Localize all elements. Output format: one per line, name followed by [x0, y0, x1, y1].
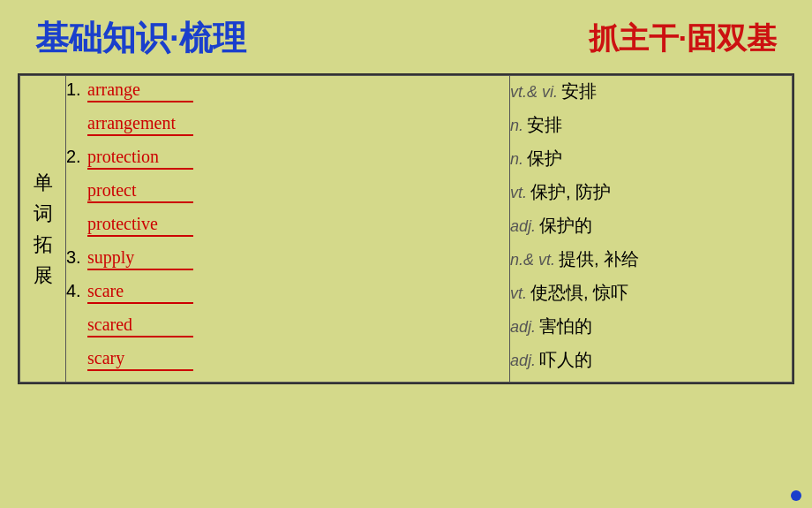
- def-text-arrangement: 安排: [527, 113, 562, 137]
- word-protective: protective: [87, 214, 193, 237]
- label-char-2: 词: [34, 199, 53, 228]
- def-prefix-scary: adj.: [510, 352, 536, 370]
- def-prefix-arrangement: n.: [510, 117, 523, 135]
- word-protect: protect: [87, 180, 193, 203]
- def-row-scary: adj. 吓人的: [510, 348, 792, 378]
- word-number-1: 1.: [66, 80, 86, 100]
- word-protection: protection: [87, 147, 193, 170]
- header: 基础知识·梳理 抓主干·固双基: [0, 0, 812, 73]
- header-right-title: 抓主干·固双基: [589, 19, 777, 59]
- word-number-3: 3.: [66, 247, 86, 268]
- word-number-4: 4.: [66, 281, 86, 301]
- word-row-arrangement: arrangement: [66, 113, 509, 143]
- def-prefix-protective: adj.: [510, 217, 536, 236]
- word-arrange: arrange: [87, 80, 193, 102]
- word-supply: supply: [87, 247, 193, 270]
- words-column: 1. arrange arrangement 2. protection pro…: [66, 76, 510, 383]
- word-row-protect: protect: [66, 180, 509, 210]
- def-prefix-scare: vt.: [510, 284, 527, 303]
- word-scared: scared: [87, 315, 193, 337]
- decoration-dot: [791, 490, 801, 501]
- def-text-scary: 吓人的: [539, 348, 592, 372]
- def-text-arrange: 安排: [561, 80, 597, 103]
- def-text-scare: 使恐惧, 惊吓: [530, 281, 628, 305]
- definitions-column: vt.& vi. 安排 n. 安排 n. 保护 vt. 保护, 防护: [510, 76, 793, 383]
- def-row-supply: n.& vt. 提供, 补给: [510, 247, 792, 277]
- word-row-scary: scary: [66, 348, 509, 378]
- main-content: 单 词 拓 展 1. arrange arrangement: [18, 73, 794, 384]
- def-text-protect: 保护, 防护: [530, 180, 611, 204]
- def-row-protect: vt. 保护, 防护: [510, 180, 792, 210]
- def-row-protection: n. 保护: [510, 147, 792, 177]
- label-chars: 单 词 拓 展: [20, 168, 65, 290]
- def-prefix-arrange: vt.& vi.: [510, 83, 558, 102]
- header-left-title: 基础知识·梳理: [35, 16, 246, 61]
- word-scare: scare: [87, 281, 193, 304]
- table-row-main: 单 词 拓 展 1. arrange arrangement: [20, 76, 793, 383]
- label-char-4: 展: [34, 261, 53, 290]
- def-text-supply: 提供, 补给: [559, 247, 639, 271]
- word-number-2: 2.: [66, 147, 86, 167]
- def-text-protective: 保护的: [539, 214, 592, 238]
- word-row-scared: scared: [66, 315, 509, 345]
- def-row-arrange: vt.& vi. 安排: [510, 80, 792, 110]
- def-text-protection: 保护: [527, 147, 562, 171]
- vocab-table: 单 词 拓 展 1. arrange arrangement: [19, 75, 793, 383]
- def-row-scared: adj. 害怕的: [510, 315, 792, 345]
- word-row-protection: 2. protection: [66, 147, 509, 177]
- word-row-protective: protective: [66, 214, 509, 244]
- def-text-scared: 害怕的: [539, 315, 592, 338]
- def-row-arrangement: n. 安排: [510, 113, 792, 143]
- word-row-scare: 4. scare: [66, 281, 509, 311]
- def-prefix-protect: vt.: [510, 184, 527, 202]
- def-prefix-supply: n.& vt.: [510, 251, 555, 269]
- label-char-1: 单: [34, 168, 53, 197]
- word-arrangement: arrangement: [87, 113, 193, 136]
- word-scary: scary: [87, 348, 193, 371]
- def-row-scare: vt. 使恐惧, 惊吓: [510, 281, 792, 311]
- word-row-arrange: 1. arrange: [66, 80, 509, 110]
- def-row-protective: adj. 保护的: [510, 214, 792, 244]
- def-prefix-protection: n.: [510, 150, 523, 169]
- word-row-supply: 3. supply: [66, 247, 509, 277]
- label-char-3: 拓: [34, 230, 53, 259]
- section-label: 单 词 拓 展: [20, 76, 66, 383]
- def-prefix-scared: adj.: [510, 318, 536, 337]
